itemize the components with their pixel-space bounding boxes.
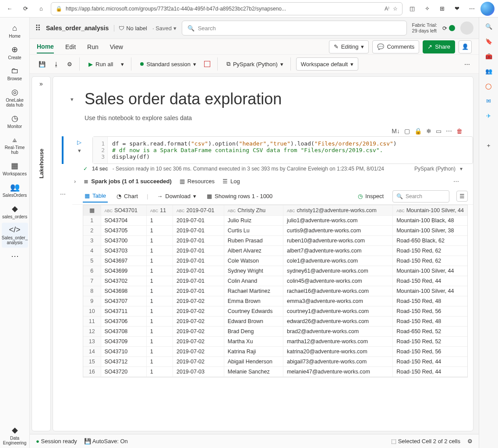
nav-salesorders[interactable]: 👥SalesOrders <box>2 180 28 200</box>
stop-session-button[interactable] <box>201 57 214 71</box>
log-tab[interactable]: ☰ Log <box>223 178 240 185</box>
copilot-icon[interactable] <box>480 2 494 16</box>
extensions-icon[interactable]: ⊞ <box>436 3 448 15</box>
freeze-cell-icon[interactable]: ❄ <box>426 128 431 135</box>
tab-edit[interactable]: Edit <box>65 41 76 53</box>
column-header[interactable]: ABC11 <box>146 205 173 216</box>
table-row[interactable]: 5SO4369712019-07-01Cole Watsoncole1@adve… <box>83 256 468 266</box>
settings-button[interactable]: ⚙ <box>64 57 76 71</box>
column-header[interactable]: ABC2019-07-01 <box>173 205 224 216</box>
split-screen-icon[interactable]: ◫ <box>406 3 418 15</box>
rail-office-icon[interactable]: ◯ <box>484 82 493 90</box>
rail-telegram-icon[interactable]: ✈ <box>484 111 493 120</box>
autosave-status[interactable]: 💾 AutoSave: On <box>84 438 128 444</box>
rail-add-icon[interactable]: ＋ <box>484 141 493 150</box>
run-all-dropdown[interactable]: ▾ <box>117 57 127 71</box>
toggle-output-icon[interactable]: ▢ <box>404 128 410 135</box>
more-icon[interactable]: ⋯ <box>466 3 478 15</box>
table-row[interactable]: 6SO4369912019-07-01Sydney Wrightsydney61… <box>83 266 468 276</box>
nav-realtime[interactable]: ⟁Real-Time hub <box>2 132 28 157</box>
share-button[interactable]: ↗Share <box>423 40 455 53</box>
spark-jobs-tab[interactable]: ≣ Spark jobs (1 of 1 succeeded) <box>84 178 172 185</box>
language-selector[interactable]: ⧉PySpark (Python) ▾ <box>223 57 287 71</box>
nav-salesorders-lh[interactable]: ◆sales_orders <box>2 201 28 222</box>
output-chart-tab[interactable]: ◔ Chart <box>115 190 140 202</box>
refresh-button[interactable]: ⟳ <box>19 3 32 15</box>
favorite-icon[interactable]: ☆ <box>393 6 398 12</box>
tab-view[interactable]: View <box>110 41 123 53</box>
output-table-tab[interactable]: ▦ Table <box>83 190 108 203</box>
table-row[interactable]: 10SO4371112019-07-02Courtney Edwardscour… <box>83 306 468 316</box>
table-row[interactable]: 13SO4370912019-07-02Martha Xumartha12@ad… <box>83 337 468 347</box>
output-filter-icon[interactable]: ☰ <box>456 191 468 202</box>
editing-mode-button[interactable]: ✎Editing ▾ <box>329 40 369 53</box>
table-row[interactable]: 11SO4370612019-07-02Edward Brownedward26… <box>83 316 468 327</box>
output-search-box[interactable]: 🔍 Search <box>392 190 449 203</box>
table-row[interactable]: 3SO4370012019-07-01Ruben Prasadruben10@a… <box>83 236 468 246</box>
output-collapse-icon[interactable]: ⋯ <box>53 188 72 380</box>
output-more-icon[interactable]: ⋯ <box>450 178 463 185</box>
toggle-output-section-icon[interactable]: › <box>74 178 76 185</box>
health-icon[interactable]: ❤︎ <box>451 3 463 15</box>
search-box[interactable]: 🔍 Search <box>182 21 407 36</box>
tab-run[interactable]: Run <box>87 41 99 53</box>
cell-more-icon[interactable]: ⋯ <box>446 128 452 135</box>
convert-markdown-icon[interactable]: M↓ <box>392 128 400 135</box>
rail-search-icon[interactable]: 🔍 <box>484 22 493 31</box>
nav-browse[interactable]: 🗀Browse <box>2 64 28 84</box>
nav-persona[interactable]: ◆Data Engineering <box>2 423 28 448</box>
table-row[interactable]: 12SO4370812019-07-02Brad Dengbrad2@adven… <box>83 327 468 337</box>
column-header[interactable]: ABCSO43701 <box>101 205 146 216</box>
rail-people-icon[interactable]: 👥 <box>484 67 493 75</box>
rail-toolbox-icon[interactable]: 🧰 <box>484 52 493 60</box>
row-selector-header[interactable]: ▦ <box>83 205 101 216</box>
result-table[interactable]: ▦ABCSO43701ABC11ABC2019-07-01ABCChristy … <box>83 205 468 377</box>
lock-cell-icon[interactable]: 🔒 <box>414 128 422 135</box>
read-aloud-icon[interactable]: A⁾ <box>385 6 389 12</box>
back-button[interactable]: ← <box>4 3 16 15</box>
column-header[interactable]: ABCChristy Zhu <box>224 205 283 216</box>
code-editor[interactable]: 123 df = spark.read.format("csv").option… <box>92 136 473 164</box>
toolbar-more[interactable]: ⋯ <box>461 57 473 71</box>
nav-onelake[interactable]: ◎OneLake data hub <box>2 85 28 110</box>
chevron-down-icon[interactable]: ▾ <box>78 147 81 154</box>
comments-button[interactable]: 💬Comments <box>372 40 419 53</box>
run-all-button[interactable]: ▶ Run all <box>85 57 117 71</box>
table-row[interactable]: 14SO4371012019-07-02Katrina Rajikatrina2… <box>83 347 468 357</box>
table-row[interactable]: 1SO4370412019-07-01Julio Ruizjulio1@adve… <box>83 216 468 226</box>
run-cell-button[interactable]: ▷ <box>77 139 81 146</box>
inspect-button[interactable]: ◷ Inspect <box>356 190 385 202</box>
download-button[interactable]: ⭳ <box>50 57 63 71</box>
nav-create[interactable]: ⊕Create <box>2 42 28 63</box>
sensitivity-label[interactable]: 🛡No label <box>114 25 147 32</box>
delete-cell-icon[interactable]: 🗑 <box>456 128 463 135</box>
presence-button[interactable]: 👤 <box>459 40 472 53</box>
table-row[interactable]: 16SO4372012019-07-03Melanie Sanchezmelan… <box>83 367 468 377</box>
file-name[interactable]: Sales_order_analysis <box>46 25 109 32</box>
table-row[interactable]: 4SO4370312019-07-01Albert Alvarezalbert7… <box>83 246 468 256</box>
collapse-markdown-icon[interactable]: ▾ <box>71 96 79 103</box>
output-download-button[interactable]: → Download ▾ <box>155 190 198 202</box>
home-button[interactable]: ⌂ <box>35 3 47 15</box>
nav-monitor[interactable]: ◷Monitor <box>2 111 28 132</box>
nav-more[interactable]: ⋯ <box>2 249 28 264</box>
user-avatar[interactable] <box>460 21 473 35</box>
rail-outlook-icon[interactable]: ✉ <box>484 96 493 105</box>
table-row[interactable]: 7SO4370212019-07-01Colin Anandcolin45@ad… <box>83 276 468 286</box>
table-row[interactable]: 2SO4370512019-07-01Curtis Lucurtis9@adve… <box>83 226 468 236</box>
collections-icon[interactable]: ✧ <box>421 3 433 15</box>
table-row[interactable]: 9SO4370712019-07-02Emma Brownemma3@adven… <box>83 296 468 306</box>
table-row[interactable]: 8SO4369812019-07-01Rachael Martinezracha… <box>83 286 468 296</box>
table-row[interactable]: 15SO4371212019-07-02Abigail Hendersonabi… <box>83 357 468 367</box>
nav-home[interactable]: ⌂Home <box>2 21 28 41</box>
kernel-dropdown-icon[interactable]: ▾ <box>460 166 463 172</box>
environment-selector[interactable]: Workspace default ▾ <box>296 57 358 71</box>
nav-notebook[interactable]: </>Sales_order_ analysis <box>2 223 28 248</box>
column-header[interactable]: ABCchristy12@adventure-works.com <box>283 205 392 216</box>
session-selector[interactable]: Standard session ▾ <box>137 57 199 71</box>
address-bar[interactable]: 🔒 https://app.fabric.microsoft.com/group… <box>51 2 403 15</box>
expand-panel-icon[interactable]: » <box>39 80 43 87</box>
rail-tag-icon[interactable]: 🔖 <box>484 37 493 46</box>
tab-home[interactable]: Home <box>37 40 54 53</box>
toggle-input-icon[interactable]: ▭ <box>436 128 441 135</box>
